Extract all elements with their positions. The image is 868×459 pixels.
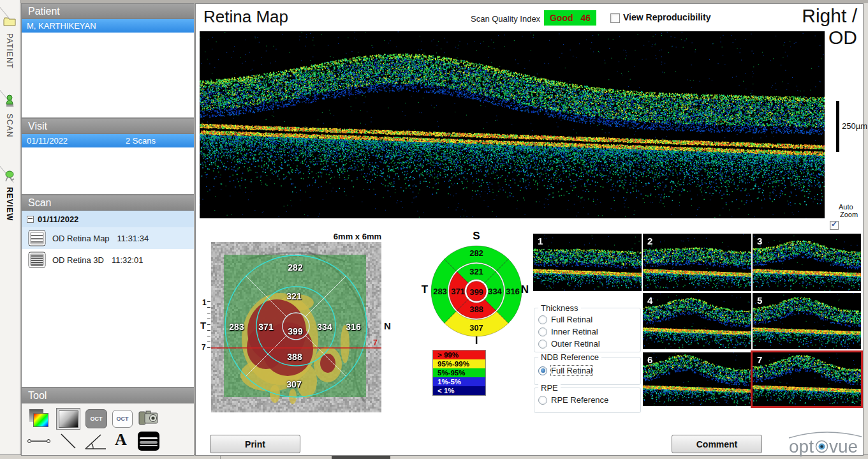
- patient-row-selected[interactable]: M, KARTHIKEYAN: [22, 19, 194, 33]
- fundus-dim-label: 6mm x 6mm: [298, 232, 381, 241]
- bscan-thumbnail-4[interactable]: 4: [643, 293, 751, 349]
- tab-scan[interactable]: SCAN: [0, 93, 20, 162]
- etdrs-value-outer-t: 283: [433, 287, 447, 296]
- sqi-badge: Good 46: [544, 10, 596, 26]
- color-map-tool[interactable]: [29, 409, 48, 427]
- text-tool[interactable]: A: [115, 430, 127, 449]
- auto-zoom-checkbox[interactable]: [830, 221, 839, 230]
- scan-panel-header: Scan: [22, 195, 194, 211]
- radio-label: Inner Retinal: [551, 327, 598, 336]
- bscan-thumbnail-6[interactable]: 6: [643, 352, 751, 406]
- logo-text-right: vue: [829, 437, 858, 456]
- bscan-thumbnail-7[interactable]: 7: [753, 352, 861, 406]
- bscan-thumbnail-2[interactable]: 2: [643, 234, 751, 291]
- bscan-thumbnail-3[interactable]: 3: [753, 234, 861, 291]
- scan-3d-icon: [28, 252, 46, 268]
- side-tab-strip: PATIENT SCAN REVIEW: [0, 0, 20, 455]
- review-icon: [4, 170, 15, 183]
- measure-line-tool[interactable]: [27, 434, 51, 448]
- tree-collapse-icon[interactable]: [27, 216, 34, 223]
- thumbnail-number: 3: [757, 236, 762, 246]
- auto-zoom-label-2: Zoom: [840, 211, 858, 218]
- tab-patient-label: PATIENT: [5, 33, 14, 69]
- visit-row-selected[interactable]: 01/11/2022 2 Scans: [22, 134, 194, 147]
- rpe-groupbox: RPE RPE Reference: [534, 388, 641, 413]
- main-report-area: Retina Map Scan Quality Index Good 46 Vi…: [195, 3, 864, 456]
- thumbnail-number: 6: [647, 354, 652, 365]
- fundus-axis-mid: T: [200, 320, 206, 331]
- thumbnail-number: 2: [647, 236, 652, 246]
- oct-dark-tool[interactable]: OCT: [85, 409, 107, 428]
- tool-panel: Tool OCT OCT A: [21, 388, 195, 456]
- etdrs-value-inner-n: 334: [488, 287, 502, 296]
- angle-icon: [84, 432, 107, 451]
- sqi-status: Good: [550, 13, 573, 23]
- bscan-thumbnail-1[interactable]: 1: [533, 234, 642, 291]
- camera-icon: [138, 408, 159, 427]
- scan-item-retina-3d[interactable]: OD Retina 3D 11:32:01: [22, 249, 194, 271]
- fundus-value-inner-i: 388: [287, 352, 302, 362]
- etdrs-i-label: I: [475, 335, 478, 347]
- view-reproducibility-checkbox[interactable]: [610, 13, 620, 23]
- etdrs-value-center: 399: [469, 287, 483, 297]
- color-map-icon: [33, 413, 48, 427]
- patient-panel: Patient M, KARTHIKEYAN: [21, 3, 195, 118]
- legend-row: 95%-99%: [433, 359, 485, 368]
- radio-label: Outer Retinal: [551, 339, 600, 349]
- oct-light-tool[interactable]: OCT: [112, 410, 133, 428]
- etdrs-s-label: S: [473, 230, 480, 243]
- scan-group-row[interactable]: 01/11/2022: [22, 211, 194, 227]
- visit-date: 01/11/2022: [27, 134, 68, 147]
- radio-outer-retinal[interactable]: Outer Retinal: [538, 339, 640, 349]
- comment-button[interactable]: Comment: [672, 435, 762, 453]
- line-tool[interactable]: [59, 432, 78, 451]
- thumbnail-number: 5: [757, 295, 762, 306]
- radio-icon: [538, 366, 547, 375]
- legend-row: 5%-95%: [433, 368, 485, 377]
- radio-label: Full Retinal: [551, 366, 592, 375]
- bscan-thumbnail-tool[interactable]: [138, 432, 159, 451]
- sqi-label: Scan Quality Index: [471, 14, 540, 24]
- radio-label: RPE Reference: [551, 395, 608, 405]
- fundus-axis-ticks: [207, 301, 210, 353]
- scan-person-icon: [4, 94, 15, 108]
- fundus-value-outer-t: 283: [229, 322, 244, 332]
- thumbnail-number: 1: [538, 236, 543, 246]
- bscan-thumbnail-5[interactable]: 5: [753, 293, 861, 349]
- scan-group-date: 01/11/2022: [38, 214, 78, 224]
- etdrs-t-label: T: [422, 283, 428, 296]
- scan-panel: Scan 01/11/2022 OD Retina Map 11:31:34 O…: [21, 195, 195, 388]
- fundus-value-inner-t: 371: [258, 322, 273, 332]
- probability-legend: > 99% 95%-99% 5%-95% 1%-5% < 1%: [432, 350, 486, 396]
- scan-map-icon: [28, 230, 46, 246]
- radio-label: Full Retinal: [551, 315, 592, 324]
- print-button[interactable]: Print: [210, 435, 300, 453]
- radio-rpe-reference[interactable]: RPE Reference: [538, 395, 640, 405]
- scale-bar: [836, 101, 839, 152]
- etdrs-value-outer-i: 307: [469, 323, 483, 333]
- angle-tool[interactable]: [84, 432, 107, 451]
- tab-patient[interactable]: PATIENT: [0, 15, 20, 89]
- fundus-axis-top: 1: [202, 298, 207, 307]
- bscan-thumbnail-icon: [140, 445, 158, 446]
- radio-inner-retinal[interactable]: Inner Retinal: [538, 327, 640, 336]
- line-icon: [59, 432, 78, 451]
- fundus-axis-bottom: 7: [202, 343, 206, 352]
- ndb-reference-groupbox: NDB Reference Full Retinal: [534, 357, 641, 385]
- radio-icon: [538, 327, 547, 336]
- visit-panel: Visit 01/11/2022 2 Scans: [21, 118, 195, 195]
- logo-text-left: opt: [789, 437, 814, 456]
- scan-item-retina-map[interactable]: OD Retina Map 11:31:34: [22, 227, 194, 249]
- etdrs-n-label: N: [521, 283, 529, 296]
- measure-line-icon: [27, 434, 51, 448]
- radio-ndb-full-retinal[interactable]: Full Retinal: [538, 366, 640, 375]
- bscan-thumbnail-icon: [140, 441, 158, 444]
- radio-icon: [538, 396, 547, 405]
- etdrs-value-inner-t: 371: [451, 287, 465, 296]
- bscan-image[interactable]: [200, 31, 825, 218]
- radio-full-retinal[interactable]: Full Retinal: [538, 315, 640, 324]
- logo-eye-pupil: [820, 445, 823, 448]
- camera-tool[interactable]: [138, 408, 159, 427]
- grayscale-map-tool[interactable]: [56, 408, 80, 430]
- tab-review[interactable]: REVIEW: [0, 168, 20, 251]
